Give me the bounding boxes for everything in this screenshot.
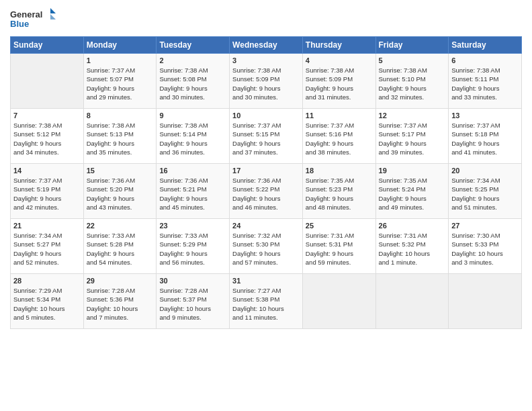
col-header-monday: Monday: [83, 37, 157, 54]
day-cell: 26Sunrise: 7:31 AMSunset: 5:32 PMDayligh…: [375, 219, 449, 274]
day-info: Sunrise: 7:37 AMSunset: 5:15 PMDaylight:…: [232, 121, 300, 156]
day-info: Sunrise: 7:36 AMSunset: 5:20 PMDaylight:…: [87, 176, 154, 212]
day-number: 28: [13, 277, 81, 285]
day-info: Sunrise: 7:37 AMSunset: 5:18 PMDaylight:…: [451, 121, 519, 156]
svg-text:Blue: Blue: [10, 19, 29, 29]
day-number: 5: [379, 56, 446, 64]
day-info: Sunrise: 7:38 AMSunset: 5:09 PMDaylight:…: [306, 66, 373, 101]
col-header-friday: Friday: [375, 37, 449, 54]
day-cell: 5Sunrise: 7:38 AMSunset: 5:10 PMDaylight…: [375, 54, 449, 109]
day-info: Sunrise: 7:37 AMSunset: 5:16 PMDaylight:…: [306, 121, 373, 156]
day-info: Sunrise: 7:33 AMSunset: 5:28 PMDaylight:…: [87, 231, 154, 267]
day-number: 13: [451, 111, 519, 120]
day-info: Sunrise: 7:38 AMSunset: 5:12 PMDaylight:…: [13, 121, 81, 156]
day-info: Sunrise: 7:28 AMSunset: 5:36 PMDaylight:…: [87, 286, 154, 322]
day-info: Sunrise: 7:38 AMSunset: 5:09 PMDaylight:…: [232, 66, 300, 101]
day-cell: [302, 274, 375, 329]
day-cell: 9Sunrise: 7:38 AMSunset: 5:14 PMDaylight…: [157, 109, 230, 164]
day-info: Sunrise: 7:38 AMSunset: 5:13 PMDaylight:…: [87, 121, 154, 156]
day-cell: [375, 274, 449, 329]
day-number: 6: [451, 56, 519, 64]
svg-marker-2: [50, 8, 56, 13]
day-cell: 31Sunrise: 7:27 AMSunset: 5:38 PMDayligh…: [230, 274, 303, 329]
day-cell: 17Sunrise: 7:36 AMSunset: 5:22 PMDayligh…: [230, 164, 303, 219]
day-info: Sunrise: 7:31 AMSunset: 5:31 PMDaylight:…: [306, 231, 373, 267]
day-info: Sunrise: 7:32 AMSunset: 5:30 PMDaylight:…: [232, 231, 300, 267]
col-header-sunday: Sunday: [11, 37, 84, 54]
week-row-3: 14Sunrise: 7:37 AMSunset: 5:19 PMDayligh…: [11, 164, 522, 219]
day-number: 26: [379, 222, 446, 230]
day-info: Sunrise: 7:36 AMSunset: 5:22 PMDaylight:…: [232, 176, 300, 212]
day-number: 7: [13, 111, 81, 120]
day-cell: 21Sunrise: 7:34 AMSunset: 5:27 PMDayligh…: [11, 219, 84, 274]
week-row-5: 28Sunrise: 7:29 AMSunset: 5:34 PMDayligh…: [11, 274, 522, 329]
col-header-wednesday: Wednesday: [230, 37, 303, 54]
day-number: 15: [87, 167, 154, 175]
day-cell: 30Sunrise: 7:28 AMSunset: 5:37 PMDayligh…: [157, 274, 230, 329]
day-number: 24: [232, 222, 300, 230]
week-row-2: 7Sunrise: 7:38 AMSunset: 5:12 PMDaylight…: [11, 109, 522, 164]
day-cell: 19Sunrise: 7:35 AMSunset: 5:24 PMDayligh…: [375, 164, 449, 219]
svg-marker-3: [50, 14, 56, 19]
day-number: 20: [451, 167, 519, 175]
day-number: 3: [232, 56, 300, 64]
calendar-table: SundayMondayTuesdayWednesdayThursdayFrid…: [10, 36, 522, 329]
day-number: 11: [306, 111, 373, 120]
day-cell: 1Sunrise: 7:37 AMSunset: 5:07 PMDaylight…: [83, 54, 157, 109]
day-cell: 15Sunrise: 7:36 AMSunset: 5:20 PMDayligh…: [83, 164, 157, 219]
day-cell: 4Sunrise: 7:38 AMSunset: 5:09 PMDaylight…: [302, 54, 375, 109]
day-cell: 10Sunrise: 7:37 AMSunset: 5:15 PMDayligh…: [230, 109, 303, 164]
day-number: 4: [306, 56, 373, 64]
day-info: Sunrise: 7:35 AMSunset: 5:24 PMDaylight:…: [379, 176, 446, 212]
day-cell: 20Sunrise: 7:34 AMSunset: 5:25 PMDayligh…: [449, 164, 522, 219]
day-cell: 7Sunrise: 7:38 AMSunset: 5:12 PMDaylight…: [11, 109, 84, 164]
day-number: 30: [159, 277, 226, 285]
day-number: 12: [379, 111, 446, 120]
day-cell: 18Sunrise: 7:35 AMSunset: 5:23 PMDayligh…: [302, 164, 375, 219]
day-info: Sunrise: 7:33 AMSunset: 5:29 PMDaylight:…: [159, 231, 226, 267]
day-cell: 27Sunrise: 7:30 AMSunset: 5:33 PMDayligh…: [449, 219, 522, 274]
day-info: Sunrise: 7:37 AMSunset: 5:17 PMDaylight:…: [379, 121, 446, 156]
day-cell: 3Sunrise: 7:38 AMSunset: 5:09 PMDaylight…: [230, 54, 303, 109]
logo: General Blue: [10, 7, 57, 31]
day-number: 21: [13, 222, 81, 230]
day-cell: 2Sunrise: 7:38 AMSunset: 5:08 PMDaylight…: [157, 54, 230, 109]
day-number: 1: [87, 56, 154, 64]
day-number: 27: [451, 222, 519, 230]
header-row: SundayMondayTuesdayWednesdayThursdayFrid…: [11, 37, 522, 54]
day-info: Sunrise: 7:28 AMSunset: 5:37 PMDaylight:…: [159, 286, 226, 322]
day-number: 29: [87, 277, 154, 285]
day-number: 23: [159, 222, 226, 230]
day-cell: 8Sunrise: 7:38 AMSunset: 5:13 PMDaylight…: [83, 109, 157, 164]
day-info: Sunrise: 7:37 AMSunset: 5:07 PMDaylight:…: [87, 66, 154, 101]
day-cell: 23Sunrise: 7:33 AMSunset: 5:29 PMDayligh…: [157, 219, 230, 274]
day-cell: 14Sunrise: 7:37 AMSunset: 5:19 PMDayligh…: [11, 164, 84, 219]
day-number: 31: [232, 277, 300, 285]
day-info: Sunrise: 7:34 AMSunset: 5:25 PMDaylight:…: [451, 176, 519, 212]
day-info: Sunrise: 7:29 AMSunset: 5:34 PMDaylight:…: [13, 286, 81, 322]
day-info: Sunrise: 7:38 AMSunset: 5:10 PMDaylight:…: [379, 66, 446, 101]
day-cell: 11Sunrise: 7:37 AMSunset: 5:16 PMDayligh…: [302, 109, 375, 164]
day-number: 2: [159, 56, 226, 64]
col-header-thursday: Thursday: [302, 37, 375, 54]
day-cell: 12Sunrise: 7:37 AMSunset: 5:17 PMDayligh…: [375, 109, 449, 164]
day-cell: 25Sunrise: 7:31 AMSunset: 5:31 PMDayligh…: [302, 219, 375, 274]
day-number: 9: [159, 111, 226, 120]
day-cell: 24Sunrise: 7:32 AMSunset: 5:30 PMDayligh…: [230, 219, 303, 274]
day-cell: 6Sunrise: 7:38 AMSunset: 5:11 PMDaylight…: [449, 54, 522, 109]
col-header-tuesday: Tuesday: [157, 37, 230, 54]
day-cell: [11, 54, 84, 109]
page-container: General Blue SundayMondayTuesdayWednesda…: [0, 0, 532, 336]
day-number: 16: [159, 167, 226, 175]
week-row-4: 21Sunrise: 7:34 AMSunset: 5:27 PMDayligh…: [11, 219, 522, 274]
week-row-1: 1Sunrise: 7:37 AMSunset: 5:07 PMDaylight…: [11, 54, 522, 109]
day-cell: 29Sunrise: 7:28 AMSunset: 5:36 PMDayligh…: [83, 274, 157, 329]
svg-text:General: General: [10, 9, 42, 19]
day-info: Sunrise: 7:31 AMSunset: 5:32 PMDaylight:…: [379, 231, 446, 267]
day-info: Sunrise: 7:27 AMSunset: 5:38 PMDaylight:…: [232, 286, 300, 322]
day-info: Sunrise: 7:35 AMSunset: 5:23 PMDaylight:…: [306, 176, 373, 212]
day-number: 17: [232, 167, 300, 175]
day-number: 10: [232, 111, 300, 120]
day-number: 22: [87, 222, 154, 230]
day-info: Sunrise: 7:30 AMSunset: 5:33 PMDaylight:…: [451, 231, 519, 267]
